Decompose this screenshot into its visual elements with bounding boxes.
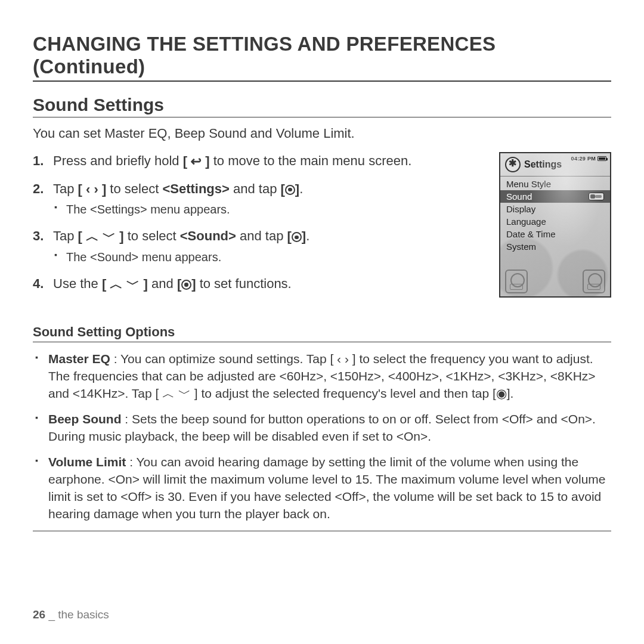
device-item-display: Display bbox=[500, 203, 610, 215]
step-1: Press and briefly hold [ ↪ ] to move to … bbox=[33, 152, 487, 171]
intro-text: You can set Master EQ, Beep Sound and Vo… bbox=[33, 126, 611, 141]
speaker-left-icon bbox=[505, 270, 528, 293]
step-3-sub: The <Sound> menu appears. bbox=[53, 249, 487, 265]
device-item-system: System bbox=[500, 240, 610, 253]
option-volume-limit: Volume Limit : You can avoid hearing dam… bbox=[33, 454, 611, 523]
device-item-language: Language bbox=[500, 215, 610, 228]
page-footer: 26 _ the basics bbox=[33, 608, 109, 621]
section-title: Sound Settings bbox=[33, 95, 611, 117]
option-master-eq: Master EQ : You can optimize sound setti… bbox=[33, 351, 611, 402]
option-beep-sound: Beep Sound : Sets the beep sound for but… bbox=[33, 411, 611, 445]
gear-icon bbox=[505, 157, 521, 172]
options-title: Sound Setting Options bbox=[33, 324, 611, 342]
step-2: Tap [ ‹ › ] to select <Settings> and tap… bbox=[33, 180, 487, 218]
device-screenshot: 04:29 PM Settings Menu Style Sound Displ… bbox=[499, 152, 611, 298]
battery-icon bbox=[597, 156, 606, 161]
device-title: Settings bbox=[524, 159, 562, 170]
step-2-sub: The <Settings> menu appears. bbox=[53, 202, 487, 218]
options-bottom-rule bbox=[33, 531, 611, 531]
step-3: Tap [ ︿ ﹀ ] to select <Sound> and tap []… bbox=[33, 227, 487, 265]
steps-block: Press and briefly hold [ ↪ ] to move to … bbox=[33, 152, 487, 303]
device-time: 04:29 PM bbox=[571, 156, 596, 162]
step-4: Use the [ ︿ ﹀ ] and [] to set functions. bbox=[33, 275, 487, 293]
device-item-date-time: Date & Time bbox=[500, 228, 610, 240]
device-item-menu-style: Menu Style bbox=[500, 178, 610, 190]
speaker-right-icon bbox=[583, 270, 605, 293]
slider-icon bbox=[589, 193, 604, 200]
device-status-bar: 04:29 PM bbox=[571, 156, 606, 162]
page-title: CHANGING THE SETTINGS AND PREFERENCES (C… bbox=[33, 33, 611, 82]
device-item-sound: Sound bbox=[500, 190, 610, 203]
